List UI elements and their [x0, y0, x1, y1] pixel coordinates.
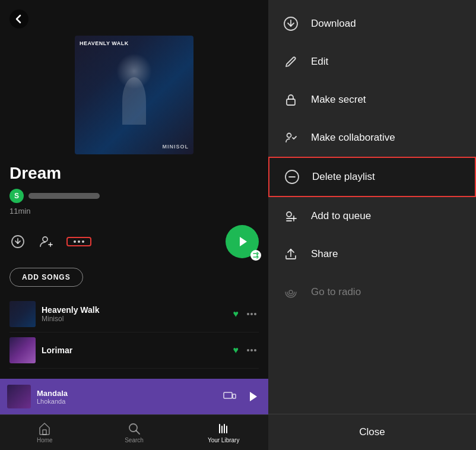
svg-marker-5 — [240, 237, 247, 246]
track-list: Heavenly Walk Minisol ♥ Lorimar ♥ — [9, 296, 259, 369]
menu-item-make-collaborative[interactable]: Make collaborative — [268, 119, 476, 157]
svg-point-28 — [289, 290, 293, 294]
library-icon — [217, 422, 230, 435]
nav-home-label: Home — [37, 437, 53, 443]
edit-menu-icon — [283, 53, 299, 70]
svg-line-11 — [137, 430, 140, 434]
user-row: S — [9, 189, 259, 203]
album-title-top: HEAVENLY WALK — [80, 40, 129, 46]
track-item: Lorimar ♥ — [9, 332, 259, 369]
nav-library-label: Your Library — [208, 437, 240, 443]
nav-home[interactable]: Home — [0, 417, 90, 448]
menu-item-go-to-radio[interactable]: Go to radio — [268, 273, 476, 311]
now-playing-bar: Mandala Lhokanda — [0, 379, 268, 414]
svg-point-2 — [43, 237, 47, 242]
np-title: Mandala — [37, 389, 217, 398]
add-songs-button[interactable]: ADD SONGS — [9, 268, 83, 287]
menu-item-edit-label: Edit — [311, 56, 328, 68]
context-menu-panel: Download Edit Make secret — [268, 0, 476, 450]
track-info: Lorimar — [42, 346, 227, 355]
nav-library[interactable]: Your Library — [179, 417, 268, 448]
menu-item-make-collaborative-label: Make collaborative — [311, 132, 395, 144]
np-info: Mandala Lhokanda — [37, 389, 217, 405]
lock-menu-icon — [283, 91, 299, 108]
back-button[interactable] — [9, 9, 28, 28]
play-button[interactable] — [226, 225, 259, 258]
menu-item-go-to-radio-label: Go to radio — [311, 286, 361, 298]
svg-rect-6 — [224, 392, 232, 398]
album-art: HEAVENLY WALK MINISOL — [75, 36, 193, 154]
menu-item-make-secret[interactable]: Make secret — [268, 81, 476, 119]
album-label-bottom: MINISOL — [163, 144, 189, 150]
search-icon — [128, 422, 141, 435]
svg-point-19 — [287, 134, 291, 138]
menu-item-make-secret-label: Make secret — [311, 94, 366, 106]
download-menu-icon — [283, 15, 299, 32]
svg-marker-8 — [250, 392, 257, 401]
np-artist: Lhokanda — [37, 398, 217, 405]
np-play-button[interactable] — [245, 388, 261, 405]
more-options-button[interactable] — [66, 237, 91, 246]
menu-item-delete-playlist-label: Delete playlist — [312, 171, 375, 183]
bottom-nav: Home Search Your Library — [0, 414, 268, 450]
svg-rect-18 — [287, 99, 295, 105]
radio-menu-icon — [283, 284, 299, 300]
menu-item-download-label: Download — [311, 18, 356, 30]
menu-item-edit[interactable]: Edit — [268, 43, 476, 81]
menu-item-add-to-queue-label: Add to queue — [311, 210, 371, 222]
track-thumbnail — [9, 301, 36, 327]
shuffle-badge — [250, 250, 261, 261]
close-label: Close — [359, 426, 385, 438]
track-name: Lorimar — [42, 346, 227, 355]
nav-search[interactable]: Search — [90, 417, 179, 448]
track-thumbnail — [9, 337, 36, 363]
controls-row — [9, 225, 259, 258]
collaborative-menu-icon — [283, 129, 299, 146]
delete-menu-icon — [284, 169, 300, 185]
track-item: Heavenly Walk Minisol ♥ — [9, 296, 259, 332]
user-name-bar — [28, 193, 100, 199]
svg-rect-7 — [233, 394, 236, 398]
nav-search-label: Search — [125, 437, 144, 443]
device-icon[interactable] — [223, 390, 236, 403]
close-button[interactable]: Close — [268, 414, 476, 450]
np-controls — [223, 388, 261, 405]
home-icon — [38, 422, 51, 435]
duration-text: 11min — [9, 207, 259, 216]
svg-rect-9 — [43, 430, 46, 435]
playlist-title: Dream — [9, 164, 259, 183]
track-more-button[interactable] — [245, 310, 259, 318]
like-icon[interactable]: ♥ — [233, 309, 239, 319]
menu-item-download[interactable]: Download — [268, 5, 476, 43]
track-info: Heavenly Walk Minisol — [42, 305, 227, 323]
menu-list: Download Edit Make secret — [268, 0, 476, 414]
track-artist: Minisol — [42, 315, 227, 323]
like-icon[interactable]: ♥ — [233, 345, 239, 356]
track-name: Heavenly Walk — [42, 305, 227, 315]
user-avatar: S — [9, 189, 24, 203]
svg-point-22 — [287, 212, 291, 217]
menu-item-delete-playlist[interactable]: Delete playlist — [268, 157, 476, 197]
menu-item-share[interactable]: Share — [268, 235, 476, 273]
menu-item-add-to-queue[interactable]: Add to queue — [268, 197, 476, 235]
add-follower-button[interactable] — [38, 233, 55, 250]
track-more-button[interactable] — [245, 347, 259, 354]
download-button[interactable] — [9, 233, 26, 250]
np-thumbnail — [7, 385, 31, 408]
menu-item-share-label: Share — [311, 248, 338, 260]
queue-menu-icon — [283, 208, 299, 224]
share-menu-icon — [283, 246, 299, 262]
